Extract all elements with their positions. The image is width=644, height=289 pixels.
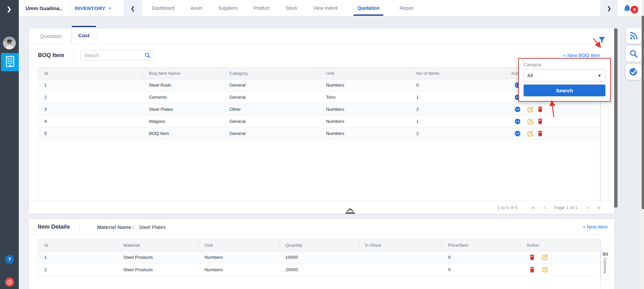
page-scrollbar-thumb[interactable] (642, 16, 644, 209)
nav-item[interactable]: Asset (191, 0, 202, 17)
nav-item[interactable]: View Indent (313, 0, 337, 17)
cell-unit: Numbers (199, 251, 279, 263)
material-name-label: Material Name : (97, 224, 134, 230)
item-table-body: 1 Steel Products Numbers 10000 0 (38, 251, 600, 276)
divider (73, 50, 74, 60)
top-header: Umm Guailina.. INVENTORY ▼ ❮ Dashboard A… (19, 0, 644, 17)
cell-price: 0 (442, 263, 521, 276)
nav-item[interactable]: Stock (286, 0, 298, 17)
nav-item[interactable]: Report (399, 0, 413, 17)
search-input[interactable] (80, 50, 154, 61)
edit-icon[interactable] (542, 254, 548, 260)
header-divider (69, 0, 70, 17)
page-scrollbar-track[interactable] (642, 0, 644, 289)
columns-bars-icon (603, 252, 607, 256)
cell-quantity: 10000 (279, 251, 359, 263)
column-header: Material (117, 239, 199, 251)
cell-quantity: 20000 (279, 263, 359, 276)
logout-power-icon[interactable] (5, 278, 14, 287)
column-header: Id (38, 239, 117, 251)
pagination-range: 1 to 5 of 5 (497, 205, 518, 210)
divider (79, 222, 79, 232)
delete-trash-icon[interactable] (530, 254, 535, 260)
header-right: ❯ 0 (600, 0, 644, 17)
strip-header-cell (601, 239, 609, 248)
category-selected-value: All (527, 73, 533, 78)
cell-actions (521, 263, 600, 276)
column-header: Price/Item (442, 239, 521, 251)
content-scrollbar[interactable] (614, 29, 618, 207)
cell-material: Steel Products (117, 263, 199, 276)
table-row[interactable]: 1 Steel Products Numbers 10000 0 (38, 251, 600, 263)
rss-icon (629, 31, 638, 40)
cell-actions (521, 251, 600, 263)
column-header: Boq Item Name (143, 67, 223, 79)
next-page-icon[interactable]: > (586, 205, 588, 210)
item-details-header: Item Details Material Name : Steel Plate… (29, 219, 614, 235)
user-avatar[interactable] (3, 37, 16, 49)
nav-item[interactable]: Product (254, 0, 270, 17)
nav-item[interactable]: Quotation (354, 0, 383, 17)
boq-table-header: IdBoq Item NameCategoryUnitNo of ItemsAc… (38, 67, 600, 79)
module-name: INVENTORY (74, 5, 105, 11)
tasks-check-button[interactable] (626, 64, 642, 80)
help-icon[interactable]: ? (5, 255, 14, 264)
left-sidebar: ❯ (0, 0, 19, 289)
module-selector[interactable]: INVENTORY ▼ (74, 5, 112, 11)
column-header: In Stock (359, 239, 442, 251)
edit-icon[interactable] (542, 267, 548, 273)
feed-button[interactable] (626, 28, 642, 44)
item-columns-strip: Columns (600, 239, 609, 289)
nav-scroll-right-button[interactable]: ❯ (600, 0, 618, 17)
chevron-down-icon: ▼ (598, 74, 601, 78)
columns-tab-label: Columns (603, 258, 607, 274)
global-search-button[interactable] (626, 46, 642, 62)
notification-count-badge: 0 (631, 6, 638, 13)
delete-trash-icon[interactable] (530, 267, 535, 273)
sidebar-item-inventory-active[interactable] (1, 53, 19, 71)
sidebar-expand-icon[interactable]: ❯ (3, 4, 15, 14)
filter-search-button[interactable]: Search (524, 85, 605, 96)
prev-page-icon[interactable]: < (543, 205, 546, 210)
column-header: No of Items (410, 67, 505, 79)
nav-scroll-left-button[interactable]: ❮ (124, 0, 142, 17)
item-details-table: IdMaterialUnitQuantityIn StockPrice/Item… (38, 239, 600, 276)
table-row[interactable]: 2 Steel Products Numbers 20000 0 (38, 263, 600, 276)
last-page-icon[interactable]: >| (597, 205, 600, 210)
column-header: Unit (199, 239, 279, 251)
category-filter-popup: Category All ▼ Search (518, 58, 611, 102)
new-boq-item-button[interactable]: + New BOQ Item (563, 53, 600, 58)
first-page-icon[interactable]: |< (532, 205, 535, 210)
item-details-panel: Item Details Material Name : Steel Plate… (29, 219, 614, 289)
app-window: ❯ (0, 0, 644, 289)
nav-item[interactable]: Suppliers (218, 0, 238, 17)
boq-pagination: 1 to 5 of 5 |< < Page 1 of 1 > >| (29, 201, 614, 214)
cell-material: Steel Products (117, 251, 199, 263)
cell-in-stock (359, 251, 442, 263)
search-icon[interactable] (145, 52, 151, 58)
nav-item[interactable]: Dashboard (152, 0, 175, 17)
cell-price: 0 (442, 251, 521, 263)
tab-quotation[interactable]: Quotation (31, 29, 71, 44)
tab-cost[interactable]: Cost (71, 26, 96, 44)
main-nav: Dashboard Asset Suppliers Product Stock … (152, 0, 414, 17)
new-item-button[interactable]: + New Item (583, 224, 607, 230)
columns-toggle-tab[interactable]: Columns (601, 250, 609, 279)
column-header: Action (521, 239, 600, 251)
category-select[interactable]: All ▼ (524, 69, 605, 82)
column-header: Category (223, 67, 320, 79)
pagination-page-label: Page 1 of 1 (554, 205, 577, 210)
organization-name: Umm Guailina.. (25, 5, 62, 11)
chevron-down-icon: ▼ (108, 7, 111, 10)
check-circle-icon (629, 67, 638, 77)
panel-collapse-chevron[interactable] (343, 208, 358, 214)
boq-title: BOQ Item (38, 52, 64, 59)
notifications[interactable]: 0 (618, 0, 644, 17)
building-icon (5, 56, 15, 68)
category-label: Category (524, 62, 605, 67)
search-icon (629, 49, 638, 58)
material-name-value: Steel Plates (139, 224, 166, 230)
filter-funnel-icon[interactable] (598, 37, 605, 45)
item-table-header: IdMaterialUnitQuantityIn StockPrice/Item… (38, 239, 600, 251)
cell-in-stock (359, 263, 442, 276)
